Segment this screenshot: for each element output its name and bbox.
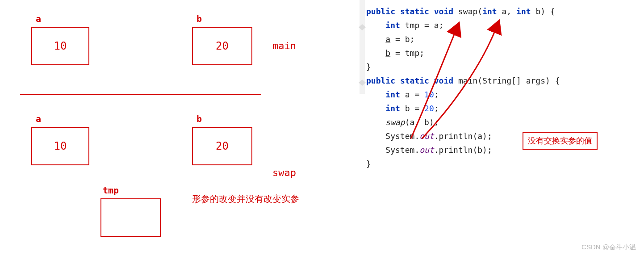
swap-b-box: 20	[192, 127, 252, 165]
code-line: int b = 20;	[366, 101, 560, 115]
code-line: swap(a, b);	[366, 115, 560, 129]
diagram-caption: 形参的改变并没有改变实参	[192, 193, 299, 205]
tmp-label: tmp	[103, 185, 119, 196]
code-line-swap-sig: public static void swap(int a, int b) {	[366, 4, 560, 18]
swap-a-box: 10	[31, 127, 89, 165]
main-b-box: 20	[192, 27, 252, 65]
main-scope-label: main	[272, 40, 296, 51]
code-line: int tmp = a;	[366, 18, 560, 32]
scope-divider	[20, 94, 261, 95]
callout-box: 没有交换实参的值	[523, 132, 598, 150]
watermark: CSDN @奋斗小温	[581, 243, 636, 252]
swap-scope-label: swap	[272, 167, 296, 178]
code-line: }	[366, 157, 560, 171]
swap-b-label: b	[197, 113, 202, 124]
diagram-region: a 10 b 20 main a 10 b 20 swap tmp 形参的改变并…	[0, 0, 357, 256]
fold-handle-icon[interactable]	[359, 80, 366, 86]
code-line: a = b;	[366, 32, 560, 46]
code-line: int a = 10;	[366, 88, 560, 101]
swap-a-label: a	[36, 113, 41, 124]
main-a-box: 10	[31, 27, 89, 65]
code-line: b = tmp;	[366, 46, 560, 60]
code-line: }	[366, 60, 560, 74]
code-line-main-sig: public static void main(String[] args) {	[366, 74, 560, 88]
main-b-label: b	[197, 13, 202, 24]
fold-handle-icon[interactable]	[359, 24, 366, 30]
main-a-label: a	[36, 13, 41, 24]
tmp-box	[100, 198, 161, 237]
